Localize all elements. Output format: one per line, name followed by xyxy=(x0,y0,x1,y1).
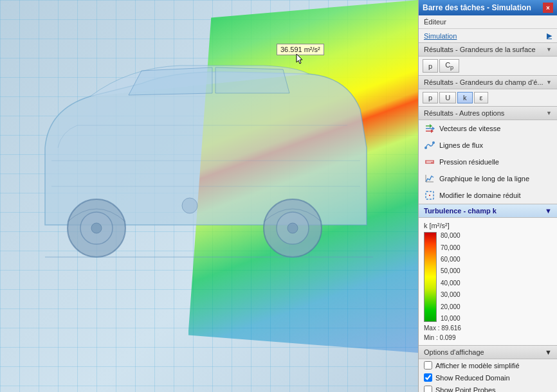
title-bar: Barre des tâches - Simulation × xyxy=(419,0,557,15)
graphique-label: Graphique le long de la ligne xyxy=(439,175,529,183)
simulation-label: Simulation xyxy=(424,32,457,40)
graphique-icon xyxy=(424,173,435,184)
other-results-arrow: ▼ xyxy=(546,110,552,116)
domaine-icon xyxy=(424,190,435,201)
svg-marker-13 xyxy=(430,124,432,128)
checkbox-reduced-domain[interactable]: Show Reduced Domain xyxy=(419,371,557,384)
legend-labels: 80,000 70,000 60,000 50,000 40,000 30,00… xyxy=(441,232,461,322)
field-p-button[interactable]: p xyxy=(423,92,438,103)
domaine-label: Modifier le domaine réduit xyxy=(439,192,521,199)
legend-max: Max : 89.616 xyxy=(424,325,552,332)
legend-val-40: 40,000 xyxy=(441,280,461,287)
lignes-label: Lignes de flux xyxy=(439,141,483,149)
checkbox-reduced-domain-input[interactable] xyxy=(424,373,432,382)
tooltip-text: 36.591 m²/s² xyxy=(280,46,320,53)
field-results-header[interactable]: Résultats - Grandeurs du champ d'é... ▼ xyxy=(419,75,557,89)
legend-val-80: 80,000 xyxy=(441,232,461,239)
options-section: Options d'affichage ▼ Afficher le modèle… xyxy=(419,345,557,392)
viewport[interactable]: 36.591 m²/s² xyxy=(0,0,418,392)
turbulence-arrow: ▼ xyxy=(545,207,552,215)
color-legend: k [m²/s²] 80,000 70,000 60,000 50,000 40… xyxy=(419,218,557,345)
surface-cp-button[interactable]: Cp xyxy=(439,59,459,73)
svg-point-15 xyxy=(425,147,427,149)
surface-results-buttons: p Cp xyxy=(419,57,557,75)
options-header[interactable]: Options d'affichage ▼ xyxy=(419,346,557,359)
menu-item-domaine[interactable]: Modifier le domaine réduit xyxy=(419,187,557,204)
checkbox-model[interactable]: Afficher le modèle simplifié xyxy=(419,359,557,371)
right-panel: Barre des tâches - Simulation × Éditeur … xyxy=(418,0,557,392)
checkbox-point-probes-label: Show Point Probes xyxy=(435,386,496,392)
field-results-label: Résultats - Grandeurs du champ d'é... xyxy=(424,78,543,86)
checkbox-reduced-domain-label: Show Reduced Domain xyxy=(435,374,510,382)
pression-icon xyxy=(424,156,435,168)
svg-rect-16 xyxy=(425,160,434,164)
simulation-link[interactable]: Simulation ▶ xyxy=(419,29,557,42)
checkbox-point-probes-input[interactable] xyxy=(424,386,432,392)
legend-val-60: 60,000 xyxy=(441,256,461,263)
lignes-icon xyxy=(424,139,435,151)
other-results-label: Résultats - Autres options xyxy=(424,109,504,117)
main-container: 36.591 m²/s² Barre des tâches - Simulati… xyxy=(0,0,557,392)
vecteurs-label: Vecteurs de vitesse xyxy=(439,125,500,132)
pression-label: Pression résiduelle xyxy=(439,158,499,166)
turbulence-label: Turbulence - champ k xyxy=(424,207,497,215)
editeur-label: Éditeur xyxy=(424,18,446,26)
svg-point-14 xyxy=(432,141,435,144)
menu-item-vecteurs[interactable]: Vecteurs de vitesse xyxy=(419,120,557,137)
svg-point-6 xyxy=(182,198,197,213)
legend-val-50: 50,000 xyxy=(441,267,461,274)
surface-p-button[interactable]: p xyxy=(423,59,438,73)
field-epsilon-button[interactable]: ε xyxy=(474,92,489,103)
surface-results-arrow: ▼ xyxy=(546,46,552,53)
field-results-buttons: p U k ε xyxy=(419,89,557,106)
svg-marker-9 xyxy=(432,127,435,130)
legend-bar-container: 80,000 70,000 60,000 50,000 40,000 30,00… xyxy=(424,232,552,322)
options-arrow: ▼ xyxy=(545,348,552,356)
car-model xyxy=(13,32,386,302)
legend-title: k [m²/s²] xyxy=(424,222,552,229)
svg-point-5 xyxy=(288,223,298,233)
checkbox-point-probes[interactable]: Show Point Probes xyxy=(419,384,557,392)
svg-point-2 xyxy=(91,223,102,233)
close-button[interactable]: × xyxy=(543,3,553,13)
title-label: Barre des tâches - Simulation xyxy=(423,3,531,12)
field-u-button[interactable]: U xyxy=(439,92,456,103)
legend-val-30: 30,000 xyxy=(441,291,461,298)
color-bar xyxy=(424,232,437,322)
field-results-arrow: ▼ xyxy=(546,79,552,85)
menu-item-graphique[interactable]: Graphique le long de la ligne xyxy=(419,170,557,187)
surface-results-label: Résultats - Grandeurs de la surface xyxy=(424,46,536,53)
menu-item-pression[interactable]: Pression résiduelle xyxy=(419,154,557,170)
legend-min: Min : 0.099 xyxy=(424,334,552,341)
checkbox-model-input[interactable] xyxy=(424,361,432,370)
editeur-section: Éditeur xyxy=(419,15,557,29)
legend-val-20: 20,000 xyxy=(441,303,461,310)
options-label: Options d'affichage xyxy=(424,348,484,356)
surface-results-header[interactable]: Résultats - Grandeurs de la surface ▼ xyxy=(419,42,557,57)
vecteurs-icon xyxy=(424,123,435,134)
legend-val-10: 10,000 xyxy=(441,315,461,322)
simulation-arrow: ▶ xyxy=(547,31,552,40)
cursor xyxy=(296,53,304,65)
menu-item-lignes[interactable]: Lignes de flux xyxy=(419,137,557,154)
legend-val-70: 70,000 xyxy=(441,244,461,251)
field-k-button[interactable]: k xyxy=(457,92,473,103)
other-results-header[interactable]: Résultats - Autres options ▼ xyxy=(419,106,557,120)
checkbox-model-label: Afficher le modèle simplifié xyxy=(435,362,520,370)
turbulence-header[interactable]: Turbulence - champ k ▼ xyxy=(419,204,557,218)
